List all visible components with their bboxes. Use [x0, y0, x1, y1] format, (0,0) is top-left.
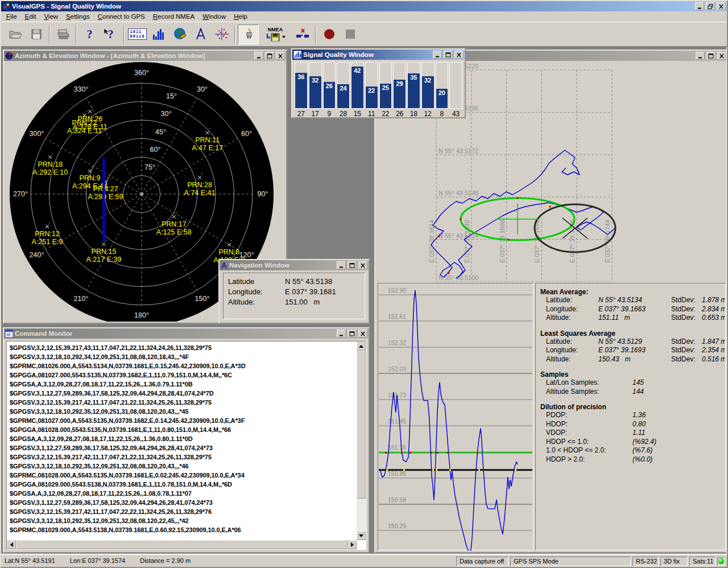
azimuth-ring-label: 60° [241, 130, 252, 138]
stats-value: N 55° 43.5134 [598, 296, 671, 305]
close-button[interactable] [717, 2, 726, 10]
close-button[interactable] [358, 330, 367, 337]
record-nmea-button[interactable]: NMEA [259, 24, 292, 44]
close-button[interactable] [454, 51, 464, 59]
snr-value: 32 [422, 77, 434, 84]
snr-value: 32 [309, 77, 321, 84]
vertical-scrollbar[interactable] [357, 341, 366, 540]
open-button[interactable] [5, 24, 26, 44]
nmea-sentence: $GPGSV,3,3,12,18,10,292,35,12,09,251,31,… [10, 407, 354, 416]
altitude-axis-label: 151.16 [388, 444, 406, 451]
snr-value: 24 [337, 85, 349, 92]
maximize-button[interactable] [348, 261, 357, 269]
minimize-button[interactable] [696, 52, 705, 60]
stats-row: 1.0 < HDOP <= 2.0:(%7.6) [540, 446, 721, 455]
nmea-sentences: $GPGSV,3,2,12,15,39,217,43,11,17,047,21,… [8, 343, 355, 539]
disconnect-button[interactable] [292, 24, 313, 44]
scroll-down-button[interactable] [357, 531, 366, 540]
altitude-graph-svg: 152.90152.61152.32152.03151.73151.45151.… [379, 284, 532, 551]
nmea-text-area[interactable]: $GPGSV,3,2,12,15,39,217,43,11,17,047,21,… [6, 341, 366, 550]
latitude-value: N 55° 43.5138 [285, 277, 332, 287]
mdi-client-area: Azimuth & Elevation Window - [Azimuth & … [1, 47, 727, 554]
altitude-axis-label: 152.61 [388, 313, 406, 320]
minimize-button[interactable] [695, 2, 704, 10]
context-help-button[interactable]: ? [100, 24, 121, 44]
prn-label: 9 [323, 110, 336, 116]
nmea-dropdown-arrow[interactable] [282, 36, 286, 38]
stats-row: Latitude:N 55° 43.5134StdDev:1.878 m [540, 296, 721, 305]
menu-connect-to-gps[interactable]: Connect to GPS [94, 12, 149, 21]
prn-label: 17 [309, 110, 322, 116]
main-title-bar[interactable]: VisualGPS - Signal Quality Window [1, 1, 727, 11]
snr-bar: 32 [309, 76, 321, 108]
command-monitor-button[interactable]: 101100110 [127, 24, 148, 44]
snr-bar: 29 [394, 80, 406, 108]
satellite-azel-label: A:251 E:9 [32, 238, 63, 246]
save-button[interactable] [26, 24, 47, 44]
gps-track [431, 150, 615, 278]
menu-view[interactable]: View [40, 12, 62, 21]
snr-value: 35 [408, 74, 420, 81]
nmea-sentence: $GPRMC,081027.000,A,5543.5135,N,03739.16… [10, 416, 354, 425]
minimize-button[interactable] [254, 52, 263, 60]
survey-button[interactable] [211, 24, 232, 44]
status-position-text: Lat:N 55° 43.5191 Lon:E 037° 39.1574 Dis… [5, 557, 191, 564]
snr-bar-slot-11: 22 [365, 62, 378, 109]
command-monitor-title-bar[interactable]: 10 Command Monitor [4, 328, 369, 339]
maximize-button[interactable] [706, 52, 715, 60]
globe-satellite-icon [172, 27, 187, 41]
prn-label: 8 [436, 110, 449, 116]
scroll-right-button[interactable] [348, 540, 357, 549]
restore-button[interactable] [706, 2, 715, 10]
maximize-button[interactable] [265, 52, 274, 60]
stats-row: Lat/Lon Samples:145 [540, 378, 721, 388]
minimize-button[interactable] [433, 51, 442, 59]
horizontal-scroll-thumb[interactable] [16, 540, 348, 549]
snr-bar-slot-22: 25 [379, 62, 392, 109]
horizontal-scrollbar[interactable] [7, 540, 357, 549]
stats-label: HDOP: [546, 420, 632, 429]
stats-label: 1.0 < HDOP <= 2.0: [546, 446, 632, 455]
maximize-button[interactable] [444, 51, 453, 59]
satellite-prn-label: PRN:22 [72, 119, 97, 127]
navigation-button[interactable] [190, 24, 211, 44]
snr-bar-slot-43 [449, 62, 462, 109]
minimize-button[interactable] [337, 330, 346, 337]
azimuth-elevation-button[interactable] [169, 24, 190, 44]
connect-button[interactable] [238, 24, 259, 44]
status-panel-3d-fix: 3D fix [660, 557, 688, 566]
signal-quality-button[interactable] [148, 24, 169, 44]
azimuth-window-title-bar[interactable]: Azimuth & Elevation Window - [Azimuth & … [4, 51, 286, 61]
close-button[interactable] [358, 261, 367, 269]
nmea-sentence: $GPGGA,081028.000,5543.5135,N,03739.1681… [10, 425, 354, 434]
print-button[interactable] [52, 24, 73, 44]
close-button[interactable] [717, 52, 726, 60]
navigation-title-bar[interactable]: Navigation Window [220, 260, 369, 270]
snr-bar-slot-8: 20 [436, 62, 449, 109]
satellite-prn-label: PRN:28 [187, 181, 212, 189]
menu-help[interactable]: Help [230, 12, 251, 21]
vertical-scroll-thumb[interactable] [357, 351, 366, 499]
stop-button[interactable] [340, 24, 361, 44]
elevation-ring-label: 60° [150, 146, 161, 154]
record-button[interactable] [318, 24, 340, 44]
menu-edit[interactable]: Edit [21, 12, 40, 21]
menu-file[interactable]: File [2, 12, 21, 21]
elevation-ring-label: 15° [166, 92, 177, 100]
scroll-left-button[interactable] [7, 540, 16, 549]
about-button[interactable]: ? [79, 24, 100, 44]
maximize-button[interactable] [348, 330, 357, 337]
close-button[interactable] [276, 52, 285, 60]
minimize-button[interactable] [337, 261, 346, 269]
menu-settings[interactable]: Settings [62, 12, 94, 21]
menu-record-nmea[interactable]: Record NMEA [149, 12, 199, 21]
snr-bar-chart: 3632262442222529353220 [295, 62, 462, 109]
signal-quality-title-bar[interactable]: Signal Quality Window [292, 50, 465, 60]
scroll-up-button[interactable] [357, 341, 366, 351]
menu-window[interactable]: Window [198, 12, 230, 21]
nmea-floppy-icon [265, 32, 281, 42]
toolbar-separator [49, 25, 50, 43]
snr-value: 20 [436, 89, 448, 96]
snr-bar-slot-18: 35 [407, 62, 420, 109]
stats-label: HDOP <= 1.0: [546, 438, 632, 447]
